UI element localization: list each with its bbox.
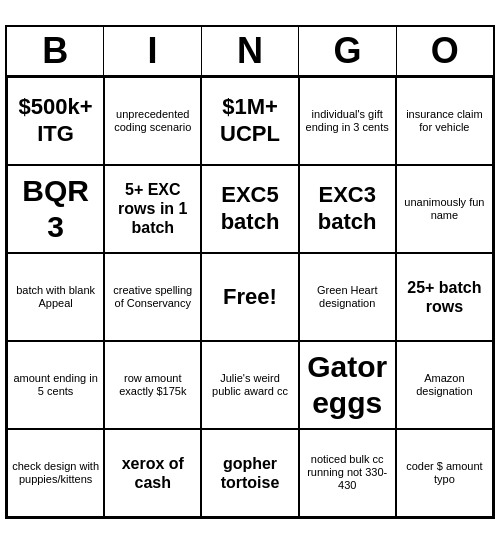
- header-b: B: [7, 27, 104, 75]
- bingo-card: B I N G O $500k+ ITGunprecedented coding…: [5, 25, 495, 519]
- bingo-grid: $500k+ ITGunprecedented coding scenario$…: [7, 77, 493, 517]
- bingo-cell-16[interactable]: row amount exactly $175k: [104, 341, 201, 429]
- bingo-cell-12[interactable]: Free!: [201, 253, 298, 341]
- bingo-cell-11[interactable]: creative spelling of Conservancy: [104, 253, 201, 341]
- bingo-cell-0[interactable]: $500k+ ITG: [7, 77, 104, 165]
- header-i: I: [104, 27, 201, 75]
- header-n: N: [202, 27, 299, 75]
- bingo-cell-6[interactable]: 5+ EXC rows in 1 batch: [104, 165, 201, 253]
- bingo-cell-15[interactable]: amount ending in 5 cents: [7, 341, 104, 429]
- bingo-cell-2[interactable]: $1M+ UCPL: [201, 77, 298, 165]
- bingo-cell-21[interactable]: xerox of cash: [104, 429, 201, 517]
- bingo-cell-14[interactable]: 25+ batch rows: [396, 253, 493, 341]
- bingo-cell-9[interactable]: unanimously fun name: [396, 165, 493, 253]
- bingo-cell-24[interactable]: coder $ amount typo: [396, 429, 493, 517]
- bingo-cell-18[interactable]: Gator eggs: [299, 341, 396, 429]
- bingo-cell-23[interactable]: noticed bulk cc running not 330-430: [299, 429, 396, 517]
- bingo-cell-8[interactable]: EXC3 batch: [299, 165, 396, 253]
- bingo-cell-20[interactable]: check design with puppies/kittens: [7, 429, 104, 517]
- bingo-cell-4[interactable]: insurance claim for vehicle: [396, 77, 493, 165]
- header-o: O: [397, 27, 493, 75]
- bingo-cell-13[interactable]: Green Heart designation: [299, 253, 396, 341]
- bingo-cell-22[interactable]: gopher tortoise: [201, 429, 298, 517]
- bingo-cell-5[interactable]: BQR 3: [7, 165, 104, 253]
- bingo-header: B I N G O: [7, 27, 493, 77]
- header-g: G: [299, 27, 396, 75]
- bingo-cell-7[interactable]: EXC5 batch: [201, 165, 298, 253]
- bingo-cell-10[interactable]: batch with blank Appeal: [7, 253, 104, 341]
- bingo-cell-17[interactable]: Julie's weird public award cc: [201, 341, 298, 429]
- bingo-cell-19[interactable]: Amazon designation: [396, 341, 493, 429]
- bingo-cell-1[interactable]: unprecedented coding scenario: [104, 77, 201, 165]
- bingo-cell-3[interactable]: individual's gift ending in 3 cents: [299, 77, 396, 165]
